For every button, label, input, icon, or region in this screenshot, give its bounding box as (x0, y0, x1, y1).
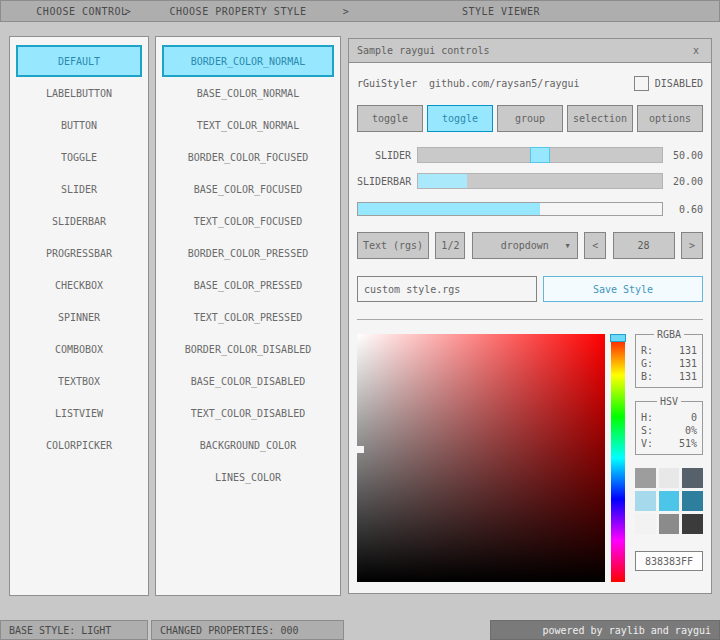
control-list-item[interactable]: LISTVIEW (16, 397, 142, 429)
slider[interactable] (417, 147, 663, 163)
control-list-item[interactable]: COLORPICKER (16, 429, 142, 461)
property-list-item[interactable]: TEXT_COLOR_DISABLED (162, 397, 334, 429)
hue-handle[interactable] (610, 334, 626, 342)
hsv-row: V: 51% (641, 437, 697, 450)
dropdown[interactable]: dropdown ▼ (472, 232, 578, 259)
property-list-item[interactable]: BORDER_COLOR_DISABLED (162, 333, 334, 365)
controls-list: DEFAULT LABELBUTTON BUTTON TOGGLE SLIDER… (9, 36, 149, 596)
slider-handle[interactable] (530, 147, 550, 163)
spinner-value-box[interactable]: 28 (613, 232, 675, 259)
color-swatch[interactable] (682, 491, 703, 511)
property-list-item[interactable]: TEXT_COLOR_NORMAL (162, 109, 334, 141)
close-icon[interactable]: x (689, 45, 703, 56)
color-swatch[interactable] (659, 491, 680, 511)
h-label: H: (641, 411, 653, 424)
slider-value: 50.00 (663, 150, 703, 161)
sliderbar-row: SLIDERBAR 20.00 (357, 173, 703, 189)
color-swatch[interactable] (682, 468, 703, 488)
control-list-item[interactable]: SPINNER (16, 301, 142, 333)
property-list-item[interactable]: BORDER_COLOR_FOCUSED (162, 141, 334, 173)
window-content: rGuiStyler github.com/raysan5/raygui DIS… (349, 75, 711, 582)
control-list-item[interactable]: PROGRESSBAR (16, 237, 142, 269)
toggle-button[interactable]: selection (567, 105, 633, 132)
property-list-item[interactable]: BASE_COLOR_NORMAL (162, 77, 334, 109)
control-list-item[interactable]: DEFAULT (16, 45, 142, 77)
r-label: R: (641, 344, 653, 357)
v-label: V: (641, 437, 653, 450)
save-row: Save Style (357, 276, 703, 302)
property-list-item[interactable]: BASE_COLOR_FOCUSED (162, 173, 334, 205)
hsv-title: HSV (657, 396, 681, 407)
toggle-button[interactable]: toggle (427, 105, 493, 132)
toggle-button[interactable]: group (497, 105, 563, 132)
control-list-item[interactable]: SLIDERBAR (16, 205, 142, 237)
control-list-item[interactable]: CHECKBOX (16, 269, 142, 301)
property-list-item[interactable]: TEXT_COLOR_FOCUSED (162, 205, 334, 237)
toggle-button[interactable]: options (637, 105, 703, 132)
window-titlebar: Sample raygui controls x (349, 39, 711, 63)
base-style-status: BASE STYLE: LIGHT (0, 620, 148, 640)
misc-controls-row: Text (rgs) 1/2 dropdown ▼ < 28 > (357, 232, 703, 259)
toggle-button[interactable]: toggle (357, 105, 423, 132)
spinner-decrement-button[interactable]: < (584, 232, 606, 259)
color-picker: RGBA R: 131 G: 131 B: 131 HSV (357, 334, 703, 582)
rgba-row: B: 131 (641, 370, 697, 383)
color-swatch[interactable] (659, 514, 680, 534)
text-rgs-button[interactable]: Text (rgs) (357, 232, 429, 259)
breadcrumb-bar: CHOOSE CONTROL > CHOOSE PROPERTY STYLE >… (0, 0, 720, 22)
property-list-item[interactable]: LINES_COLOR (162, 461, 334, 493)
g-value: 131 (679, 357, 697, 370)
sliderbar[interactable] (417, 173, 663, 189)
control-list-item[interactable]: LABELBUTTON (16, 77, 142, 109)
hex-value-box[interactable]: 838383FF (635, 551, 703, 571)
status-bar: BASE STYLE: LIGHT CHANGED PROPERTIES: 00… (0, 620, 720, 640)
toggle-group: toggle toggle group selection options (357, 105, 703, 132)
control-list-item[interactable]: TOGGLE (16, 141, 142, 173)
control-list-item[interactable]: SLIDER (16, 173, 142, 205)
v-value: 51% (679, 437, 697, 450)
b-label: B: (641, 370, 653, 383)
sliderbar-label: SLIDERBAR (357, 176, 417, 187)
statusbar-gap (344, 620, 490, 640)
color-swatch-grid (635, 468, 703, 534)
color-saturation-panel[interactable] (357, 334, 605, 582)
property-list-item[interactable]: BASE_COLOR_DISABLED (162, 365, 334, 397)
r-value: 131 (679, 344, 697, 357)
disabled-checkbox[interactable] (634, 76, 649, 91)
color-marker-icon[interactable] (357, 446, 364, 453)
save-style-button[interactable]: Save Style (543, 276, 703, 302)
divider (357, 319, 703, 320)
hue-bar[interactable] (611, 334, 625, 582)
control-list-item[interactable]: TEXTBOX (16, 365, 142, 397)
control-list-item[interactable]: COMBOBOX (16, 333, 142, 365)
breadcrumb-arrow-icon: > (343, 6, 350, 17)
s-label: S: (641, 424, 653, 437)
s-value: 0% (685, 424, 697, 437)
property-list-item[interactable]: TEXT_COLOR_PRESSED (162, 301, 334, 333)
disabled-label: DISABLED (655, 78, 703, 89)
property-list-item[interactable]: BACKGROUND_COLOR (162, 429, 334, 461)
rgba-panel: RGBA R: 131 G: 131 B: 131 (635, 334, 703, 388)
color-swatch[interactable] (635, 514, 656, 534)
color-swatch[interactable] (635, 491, 656, 511)
color-swatch[interactable] (659, 468, 680, 488)
half-button[interactable]: 1/2 (435, 232, 465, 259)
property-list-item[interactable]: BORDER_COLOR_NORMAL (162, 45, 334, 77)
filename-input[interactable] (357, 276, 537, 302)
progressbar (357, 202, 663, 216)
powered-by-label: powered by raylib and raygui (490, 620, 720, 640)
sliderbar-value: 20.00 (663, 176, 703, 187)
control-list-item[interactable]: BUTTON (16, 109, 142, 141)
hsv-row: H: 0 (641, 411, 697, 424)
property-list-item[interactable]: BORDER_COLOR_PRESSED (162, 237, 334, 269)
color-info-column: RGBA R: 131 G: 131 B: 131 HSV (635, 334, 703, 582)
breadcrumb-arrow-icon: > (125, 6, 132, 17)
repo-link[interactable]: github.com/raysan5/raygui (429, 78, 580, 89)
color-swatch[interactable] (635, 468, 656, 488)
rgba-row: R: 131 (641, 344, 697, 357)
color-swatch[interactable] (682, 514, 703, 534)
breadcrumb-choose-control: CHOOSE CONTROL (36, 6, 127, 17)
property-list-item[interactable]: BASE_COLOR_PRESSED (162, 269, 334, 301)
slider-label: SLIDER (357, 150, 417, 161)
spinner-increment-button[interactable]: > (681, 232, 703, 259)
